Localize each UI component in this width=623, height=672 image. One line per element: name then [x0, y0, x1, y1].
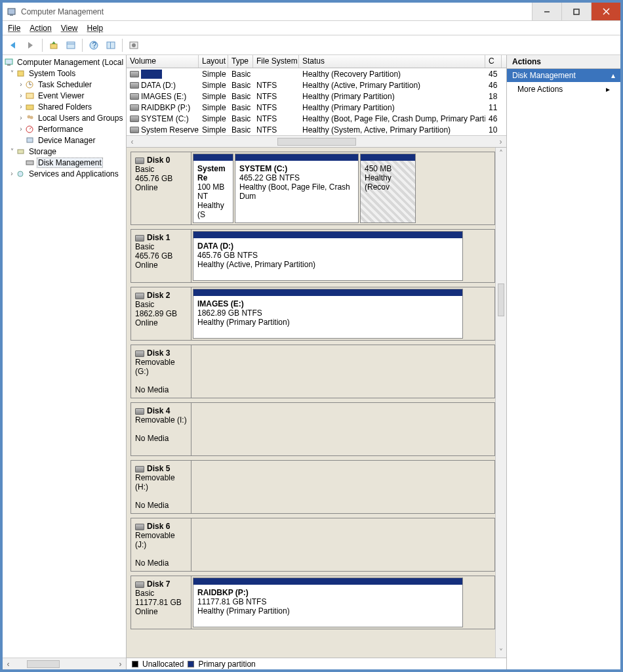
disk-row[interactable]: Disk 3Removable (G:) No Media: [131, 345, 495, 398]
collapse-icon[interactable]: ▴: [611, 71, 615, 80]
main-content: Computer Management (Local ˅System Tools…: [3, 55, 620, 669]
chevron-right-icon[interactable]: ›: [17, 114, 25, 121]
scroll-thumb[interactable]: [277, 138, 356, 146]
computer-icon: [4, 58, 14, 67]
close-button[interactable]: [591, 3, 620, 20]
disk-icon: [135, 235, 144, 242]
disk-icon: [135, 466, 144, 472]
disk-partitions: [191, 345, 494, 398]
volume-list-header[interactable]: Volume Layout Type File System Status C: [127, 55, 506, 68]
chevron-right-icon[interactable]: ›: [17, 81, 25, 88]
menu-help[interactable]: Help: [87, 24, 104, 33]
chevron-right-icon[interactable]: ›: [17, 125, 25, 133]
svg-marker-9: [52, 41, 56, 44]
volume-row[interactable]: IMAGES (E:)SimpleBasicNTFSHealthy (Prima…: [127, 91, 506, 102]
menu-file[interactable]: File: [8, 24, 20, 33]
chevron-down-icon[interactable]: ˅: [8, 70, 16, 77]
actions-more[interactable]: More Actions ▸: [507, 82, 620, 96]
volume-row[interactable]: SimpleBasicHealthy (Recovery Partition)4…: [127, 68, 506, 79]
scroll-thumb[interactable]: [498, 284, 504, 316]
tree-performance[interactable]: ›Performance: [4, 123, 126, 135]
actions-section[interactable]: Disk Management ▴: [507, 69, 620, 82]
volume-row[interactable]: DATA (D:)SimpleBasicNTFSHealthy (Active,…: [127, 79, 506, 91]
scroll-up-icon[interactable]: ˄: [496, 148, 506, 159]
maximize-button[interactable]: [561, 3, 591, 20]
disk-row[interactable]: Disk 4Removable (I:) No Media: [131, 402, 495, 456]
disk-partitions: [191, 461, 494, 513]
col-status[interactable]: Status: [299, 55, 485, 68]
chevron-right-icon: ▸: [606, 85, 610, 94]
menu-action[interactable]: Action: [30, 24, 51, 33]
svg-line-29: [30, 127, 31, 129]
disk-label: Disk 2Basic1862.89 GBOnline: [131, 287, 191, 340]
chevron-right-icon[interactable]: ›: [17, 103, 25, 110]
app-icon: [7, 7, 17, 17]
disk-label: Disk 5Removable (H:) No Media: [131, 461, 191, 513]
volume-row[interactable]: RAIDBKP (P:)SimpleBasicNTFSHealthy (Prim…: [127, 102, 506, 113]
forward-button[interactable]: [24, 38, 38, 52]
disk-row[interactable]: Disk 2Basic1862.89 GBOnlineIMAGES (E:)18…: [131, 287, 495, 341]
refresh-button[interactable]: [104, 38, 118, 52]
help-button[interactable]: ?: [87, 38, 101, 52]
tree-local-users[interactable]: ›Local Users and Groups: [4, 112, 126, 123]
tree-event-viewer[interactable]: ›Event Viewer: [4, 90, 126, 101]
partition[interactable]: 450 MBHealthy (Recov: [360, 154, 416, 223]
partition[interactable]: IMAGES (E:)1862.89 GB NTFSHealthy (Prima…: [193, 289, 463, 339]
col-filesystem[interactable]: File System: [253, 55, 299, 68]
minimize-button[interactable]: [532, 3, 561, 20]
toolbar-separator: [42, 39, 43, 52]
disk-row[interactable]: Disk 6Removable (J:) No Media: [131, 518, 495, 572]
volume-list-body[interactable]: SimpleBasicHealthy (Recovery Partition)4…: [127, 68, 506, 135]
legend-swatch-unallocated: [132, 661, 138, 667]
tree-shared-folders[interactable]: ›Shared Folders: [4, 101, 126, 112]
drive-icon: [130, 93, 139, 100]
scroll-right-icon[interactable]: ›: [495, 136, 506, 147]
volume-row[interactable]: SYSTEM (C:)SimpleBasicNTFSHealthy (Boot,…: [127, 113, 506, 124]
chevron-down-icon[interactable]: ˅: [8, 148, 16, 155]
tree-hscrollbar[interactable]: ‹ ›: [3, 658, 126, 669]
disk-partitions: [191, 518, 494, 571]
partition[interactable]: DATA (D:)465.76 GB NTFSHealthy (Active, …: [193, 231, 463, 281]
disk-vscrollbar[interactable]: ˄ ˅: [495, 148, 506, 658]
chevron-right-icon[interactable]: ›: [17, 92, 25, 99]
disk-row[interactable]: Disk 7Basic11177.81 GBOnlineRAIDBKP (P:)…: [131, 576, 495, 629]
svg-rect-25: [26, 105, 33, 110]
chevron-right-icon[interactable]: ›: [8, 170, 16, 177]
scroll-thumb[interactable]: [27, 660, 60, 668]
volume-hscrollbar[interactable]: ‹ ›: [127, 135, 506, 147]
navigation-tree[interactable]: Computer Management (Local ˅System Tools…: [3, 55, 126, 658]
tree-storage[interactable]: ˅Storage: [4, 146, 126, 157]
disk-row[interactable]: Disk 5Removable (H:) No Media: [131, 460, 495, 514]
tree-device-manager[interactable]: Device Manager: [4, 135, 126, 146]
up-button[interactable]: [47, 38, 61, 52]
properties-button[interactable]: [64, 38, 78, 52]
scroll-down-icon[interactable]: ˅: [496, 646, 506, 658]
disk-label: Disk 1Basic465.76 GBOnline: [131, 230, 191, 282]
back-button[interactable]: [7, 38, 21, 52]
menu-view[interactable]: View: [61, 24, 78, 33]
title-bar[interactable]: Computer Management: [3, 3, 620, 21]
center-pane: Volume Layout Type File System Status C …: [127, 55, 507, 669]
tree-task-scheduler[interactable]: ›Task Scheduler: [4, 79, 126, 90]
col-layout[interactable]: Layout: [199, 55, 228, 68]
partition[interactable]: RAIDBKP (P:)11177.81 GB NTFSHealthy (Pri…: [193, 578, 463, 627]
col-type[interactable]: Type: [228, 55, 253, 68]
disk-row[interactable]: Disk 0Basic465.76 GBOnlineSystem Re100 M…: [131, 152, 495, 225]
tree-services-apps[interactable]: ›Services and Applications: [4, 168, 126, 179]
shared-folder-icon: [25, 102, 35, 112]
disk-map[interactable]: Disk 0Basic465.76 GBOnlineSystem Re100 M…: [127, 148, 495, 658]
volume-row[interactable]: System ReservedSimpleBasicNTFSHealthy (S…: [127, 124, 506, 135]
scroll-left-icon[interactable]: ‹: [127, 136, 138, 147]
col-capacity[interactable]: C: [485, 55, 502, 68]
partition[interactable]: System Re100 MB NTHealthy (S: [193, 154, 233, 223]
disk-row[interactable]: Disk 1Basic465.76 GBOnlineDATA (D:)465.7…: [131, 229, 495, 283]
settings-button[interactable]: [127, 38, 141, 52]
partition[interactable]: SYSTEM (C:)465.22 GB NTFSHealthy (Boot, …: [235, 154, 359, 223]
tree-disk-management[interactable]: Disk Management: [4, 157, 126, 168]
toolbar-separator-3: [122, 39, 123, 52]
tree-root[interactable]: Computer Management (Local: [4, 56, 126, 68]
col-volume[interactable]: Volume: [127, 55, 199, 68]
scroll-left-icon[interactable]: ‹: [3, 658, 14, 669]
scroll-right-icon[interactable]: ›: [115, 658, 126, 669]
tree-system-tools[interactable]: ˅System Tools: [4, 68, 126, 79]
